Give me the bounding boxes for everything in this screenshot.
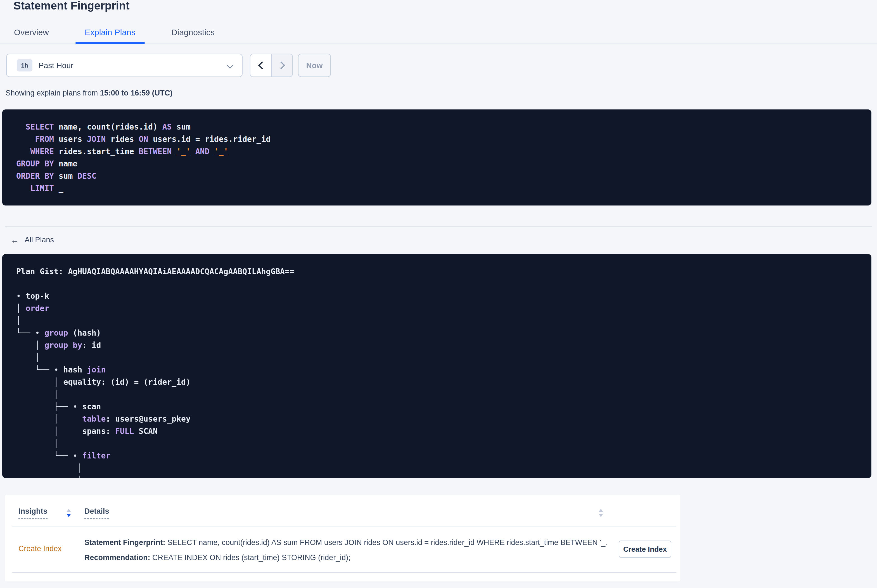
table-row-rule xyxy=(12,572,676,573)
tab-diagnostics[interactable]: Diagnostics xyxy=(162,22,224,43)
create-index-button[interactable]: Create Index xyxy=(619,540,671,558)
chevron-right-icon xyxy=(277,62,285,69)
recommendation-label: Recommendation: xyxy=(84,554,150,562)
summary-prefix: Showing explain plans from xyxy=(6,89,100,97)
insights-table-card: Insights Details Create Index Statement … xyxy=(5,495,680,581)
time-pager xyxy=(250,54,293,77)
all-plans-link[interactable]: ← All Plans xyxy=(11,235,54,244)
time-range-label: Past Hour xyxy=(39,61,74,70)
tab-overview[interactable]: Overview xyxy=(5,22,59,43)
page-title: Statement Fingerprint xyxy=(14,0,130,12)
chevron-down-icon xyxy=(226,62,233,68)
time-range-badge: 1h xyxy=(17,59,32,72)
tab-explain-plans[interactable]: Explain Plans xyxy=(75,22,145,43)
table-header-rule xyxy=(12,526,676,527)
insights-sorter[interactable] xyxy=(66,509,71,517)
chevron-left-icon xyxy=(258,62,266,69)
back-arrow-icon: ← xyxy=(11,235,19,244)
time-range-select[interactable]: 1h Past Hour xyxy=(6,54,242,77)
details-sorter[interactable] xyxy=(599,509,603,517)
details-cell: Statement Fingerprint: SELECT name, coun… xyxy=(84,535,607,565)
sql-statement-code: SELECT name, count(rides.id) AS sum FROM… xyxy=(2,110,871,194)
section-divider xyxy=(5,226,872,227)
recommendation-text: CREATE INDEX ON rides (start_time) STORI… xyxy=(150,554,350,562)
insight-type-link[interactable]: Create Index xyxy=(18,544,62,553)
fingerprint-detail-line: Statement Fingerprint: SELECT name, coun… xyxy=(84,535,607,550)
sort-desc-icon xyxy=(599,514,603,517)
sql-statement-block: SELECT name, count(rides.id) AS sum FROM… xyxy=(2,110,871,206)
sort-desc-icon xyxy=(66,514,71,517)
summary-time-range: 15:00 to 16:59 (UTC) xyxy=(100,89,173,97)
column-header-insights[interactable]: Insights xyxy=(18,507,48,519)
showing-plans-summary: Showing explain plans from 15:00 to 16:5… xyxy=(6,89,173,97)
sort-asc-icon xyxy=(66,509,71,512)
fingerprint-text: SELECT name, count(rides.id) AS sum FROM… xyxy=(165,538,607,547)
column-header-details[interactable]: Details xyxy=(84,507,109,519)
now-button[interactable]: Now xyxy=(298,54,331,77)
tab-bar: Overview Explain Plans Diagnostics xyxy=(0,22,877,44)
all-plans-label: All Plans xyxy=(25,235,54,244)
prev-time-button[interactable] xyxy=(250,54,272,76)
recommendation-detail-line: Recommendation: CREATE INDEX ON rides (s… xyxy=(84,550,607,565)
next-time-button[interactable] xyxy=(272,54,292,76)
plan-gist-tree: Plan Gist: AgHUAQIABQAAAAHYAQIAiAEAAAADC… xyxy=(2,254,871,478)
sort-asc-icon xyxy=(599,509,603,512)
plan-gist-block: Plan Gist: AgHUAQIABQAAAAHYAQIAiAEAAAADC… xyxy=(2,254,871,478)
fingerprint-label: Statement Fingerprint: xyxy=(84,538,165,547)
statement-fingerprint-page: Statement Fingerprint Overview Explain P… xyxy=(0,0,877,588)
